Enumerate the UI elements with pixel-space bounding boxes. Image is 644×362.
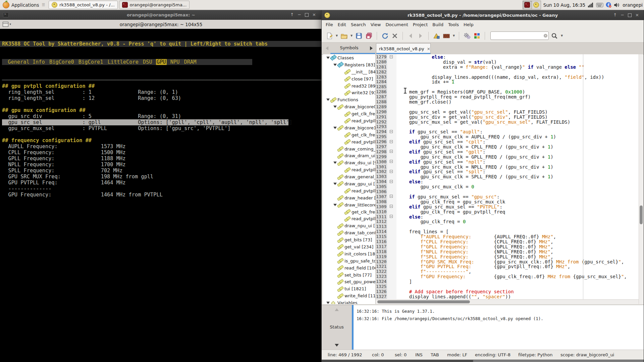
line-number[interactable]: 1297: [376, 144, 387, 149]
fold-margin[interactable]: [387, 119, 396, 124]
symbol-item[interactable]: draw_littlecore_u: [323, 201, 375, 208]
line-number[interactable]: 1317: [376, 244, 387, 249]
symbol-item[interactable]: draw_coming_so: [323, 145, 375, 153]
line-number[interactable]: 1301: [376, 164, 387, 169]
symbol-item[interactable]: draw_bigcore0_u: [323, 103, 375, 110]
menu-help[interactable]: Help: [461, 21, 476, 28]
symbol-item[interactable]: read32 [89]: [323, 82, 375, 89]
fold-margin[interactable]: [387, 214, 396, 219]
color-chooser-button[interactable]: [473, 32, 481, 40]
terminal-content[interactable]: RK3588 OC Tool by SkatterBencher, v0.8 -…: [0, 29, 322, 362]
symbol-item[interactable]: get_clk_freq [: [323, 110, 375, 117]
dropdown-arrow-icon[interactable]: ▼: [560, 32, 564, 40]
bottom-scrollbar[interactable]: [473, 360, 644, 362]
fold-collapse-icon[interactable]: [390, 150, 393, 153]
code-editor[interactable]: 1279 else:1280 disp_val = str(val)1281 e…: [376, 54, 639, 304]
symbol-item[interactable]: is_gpu_safe_to_r: [323, 257, 375, 264]
symbol-item[interactable]: draw_bigcore1_u: [323, 124, 375, 131]
line-number[interactable]: 1284: [376, 79, 387, 84]
symbol-item[interactable]: read_pvtpll_fr: [323, 117, 375, 124]
shade-button[interactable]: ↑: [290, 10, 294, 20]
dropdown-arrow-icon[interactable]: ▼: [452, 32, 455, 40]
fold-collapse-icon[interactable]: [390, 205, 393, 208]
close-button[interactable]: ×: [635, 10, 639, 20]
line-number[interactable]: 1314: [376, 229, 387, 234]
fold-margin[interactable]: [387, 284, 396, 289]
editor-vertical-scrollbar[interactable]: [639, 54, 643, 304]
minimize-button[interactable]: −: [621, 10, 624, 20]
line-number[interactable]: 1283: [376, 74, 387, 79]
line-number[interactable]: 1312: [376, 219, 387, 224]
fold-margin[interactable]: [387, 164, 396, 169]
line-number[interactable]: 1289: [376, 104, 387, 109]
symbol-item[interactable]: draw_general_in: [323, 173, 375, 180]
fold-margin[interactable]: [387, 239, 396, 244]
execute-button[interactable]: [463, 32, 471, 40]
fold-margin[interactable]: [387, 149, 396, 154]
symbol-item[interactable]: set_bits [77]: [323, 272, 375, 279]
line-number[interactable]: 1279: [376, 54, 387, 59]
expander-icon[interactable]: [333, 106, 337, 108]
expander-icon[interactable]: [333, 127, 337, 129]
menu-tools[interactable]: Tools: [446, 21, 461, 28]
back-button[interactable]: [406, 32, 415, 40]
line-number[interactable]: 1296: [376, 139, 387, 144]
tray-terminal-button[interactable]: [523, 1, 532, 9]
fold-margin[interactable]: [387, 269, 396, 274]
fold-margin[interactable]: [387, 199, 396, 204]
terminal-titlebar[interactable]: orangepi@orangepi5max: ~ ↑ − ×: [0, 10, 322, 20]
symbol-item[interactable]: get_bits [73]: [323, 236, 375, 243]
symbol-item[interactable]: get_clk_freq [: [323, 131, 375, 138]
revert-button[interactable]: [380, 32, 389, 40]
symbol-item[interactable]: set_gpu_power_: [323, 279, 375, 286]
line-number[interactable]: 1307: [376, 194, 387, 199]
fold-collapse-icon[interactable]: [390, 215, 393, 218]
line-number[interactable]: 1308: [376, 199, 387, 204]
fold-margin[interactable]: [387, 99, 396, 104]
line-number[interactable]: 1318: [376, 249, 387, 254]
fold-margin[interactable]: [387, 294, 396, 299]
menu-edit[interactable]: Edit: [335, 21, 348, 28]
save-all-button[interactable]: [365, 32, 373, 40]
line-number[interactable]: 1294: [376, 129, 387, 134]
fold-margin[interactable]: [387, 244, 396, 249]
expander-icon[interactable]: [326, 99, 330, 101]
line-number[interactable]: 1295: [376, 134, 387, 139]
line-number[interactable]: 1327: [376, 294, 387, 299]
symbol-item[interactable]: read_pvtpll_fr: [323, 166, 375, 173]
applications-menu[interactable]: Applications ☰: [0, 0, 47, 10]
line-number[interactable]: 1298: [376, 149, 387, 154]
volume-icon[interactable]: [614, 2, 620, 8]
line-number[interactable]: 1323: [376, 274, 387, 279]
fold-collapse-icon[interactable]: [390, 130, 393, 133]
keyboard-icon[interactable]: [596, 2, 603, 8]
fold-margin[interactable]: [387, 234, 396, 239]
symbol-item[interactable]: tui [1821]: [323, 285, 375, 292]
fold-margin[interactable]: [387, 109, 396, 114]
fold-margin[interactable]: [387, 194, 396, 199]
tray-geany-button[interactable]: [532, 1, 541, 9]
fold-margin[interactable]: [387, 259, 396, 264]
symbols-sidebar[interactable]: ClassesRegisters [83]__init__ [84]close …: [323, 54, 376, 304]
expander-icon[interactable]: [333, 64, 337, 66]
fold-margin[interactable]: [387, 254, 396, 259]
symbol-item[interactable]: write_field [114]: [323, 292, 375, 299]
fold-margin[interactable]: [387, 159, 396, 164]
fold-margin[interactable]: [387, 79, 396, 84]
tab-status[interactable]: Status: [322, 324, 352, 329]
line-number[interactable]: 1293: [376, 124, 387, 129]
line-number[interactable]: 1292: [376, 119, 387, 124]
line-number[interactable]: 1282: [376, 69, 387, 74]
symbol-item[interactable]: __init__ [84]: [323, 68, 375, 75]
expander-icon[interactable]: [333, 183, 337, 185]
fold-collapse-icon[interactable]: [390, 195, 393, 198]
line-number[interactable]: 1285: [376, 84, 387, 89]
editor-horizontal-scrollbar[interactable]: [376, 299, 639, 304]
symbol-item[interactable]: draw_npu_ui [13: [323, 222, 375, 229]
close-button[interactable]: ×: [312, 10, 316, 20]
minimize-button[interactable]: −: [298, 10, 301, 20]
clock[interactable]: Sun 10 Aug, 16:35: [543, 2, 585, 8]
symbol-item[interactable]: Registers [83]: [323, 61, 375, 68]
search-button[interactable]: [550, 32, 559, 40]
line-number[interactable]: 1309: [376, 204, 387, 209]
